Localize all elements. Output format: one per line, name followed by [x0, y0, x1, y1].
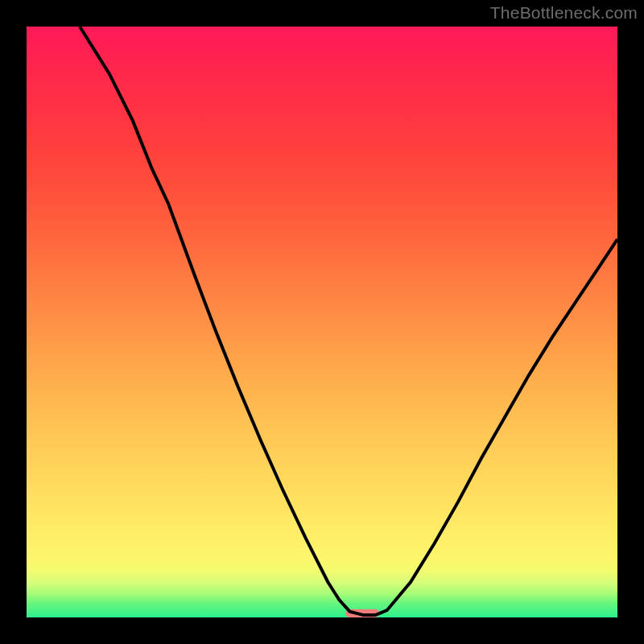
bottleneck-curve-path: [80, 27, 617, 615]
plot-area: [27, 27, 617, 617]
chart-frame: TheBottleneck.com: [0, 0, 644, 644]
watermark-text: TheBottleneck.com: [490, 3, 638, 23]
curve-layer: [27, 27, 617, 617]
